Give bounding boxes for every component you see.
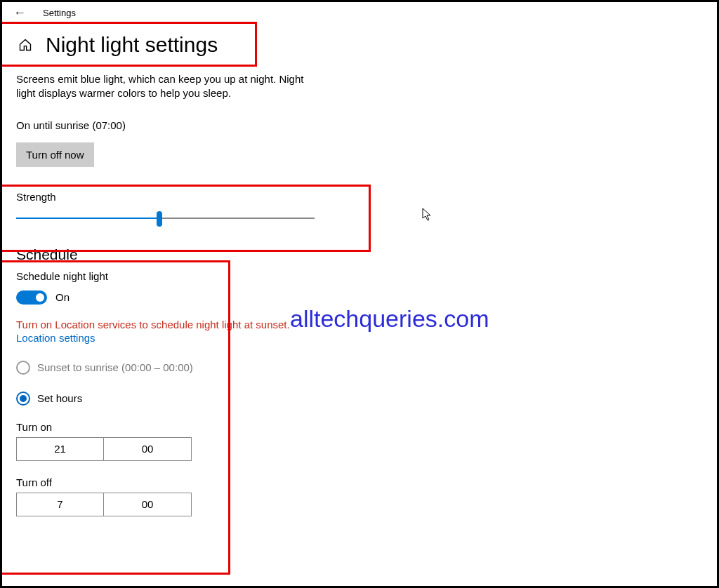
strength-slider[interactable]	[16, 208, 315, 228]
turn-on-minute-field[interactable]: 00	[104, 437, 192, 461]
radio-set-hours-label: Set hours	[37, 392, 82, 404]
radio-set-hours[interactable]	[16, 392, 30, 406]
window-title: Settings	[43, 8, 76, 18]
toggle-knob	[36, 293, 44, 302]
turn-on-hour-field[interactable]: 21	[16, 437, 104, 461]
strength-label: Strength	[16, 191, 710, 203]
highlight-box-schedule	[0, 260, 230, 575]
status-text: On until sunrise (07:00)	[16, 119, 710, 131]
location-settings-link[interactable]: Location settings	[16, 332, 710, 344]
schedule-heading: Schedule	[16, 246, 710, 263]
turn-on-label: Turn on	[16, 421, 710, 433]
description-text: Screens emit blue light, which can keep …	[16, 72, 318, 101]
turn-off-minute-field[interactable]: 00	[104, 493, 192, 516]
schedule-toggle-state: On	[55, 291, 70, 303]
titlebar: ← Settings	[2, 2, 717, 22]
turn-off-hour-field[interactable]: 7	[16, 493, 104, 516]
turn-off-now-button[interactable]: Turn off now	[16, 142, 94, 167]
radio-dot	[20, 395, 27, 402]
back-arrow-icon[interactable]: ←	[13, 6, 26, 19]
schedule-toggle[interactable]	[16, 290, 47, 305]
location-warning: Turn on Location services to schedule ni…	[16, 319, 710, 330]
radio-sunset-to-sunrise	[16, 361, 30, 375]
page-title: Night light settings	[46, 33, 218, 57]
schedule-toggle-label: Schedule night light	[16, 270, 710, 282]
home-icon[interactable]	[18, 37, 33, 53]
turn-off-label: Turn off	[16, 476, 710, 488]
radio-sunset-label: Sunset to sunrise (00:00 – 00:00)	[37, 361, 193, 373]
